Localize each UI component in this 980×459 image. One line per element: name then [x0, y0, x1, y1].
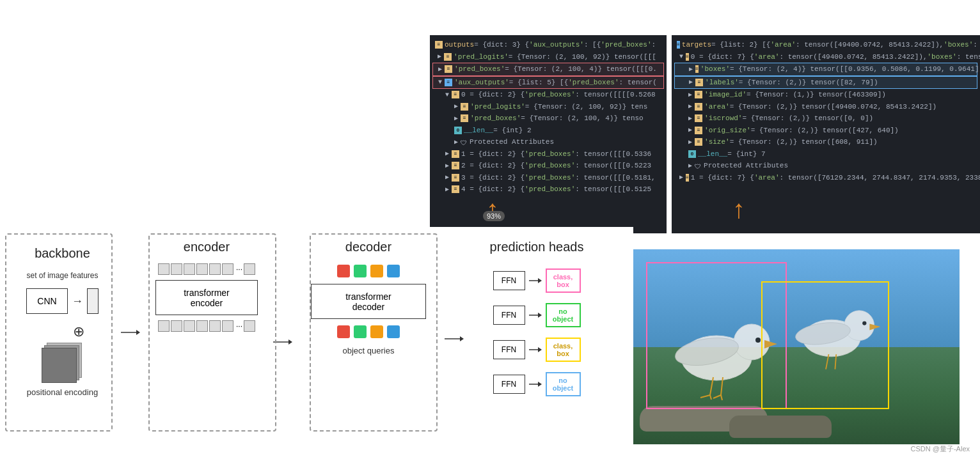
dict-icon-t6: ≡	[695, 127, 702, 134]
ffn-box-1: FFN	[493, 271, 525, 290]
code-line-outputs: ≡ outputs = {dict: 3} { 'aux_outputs' : …	[432, 39, 664, 51]
code-line-size: ▶ ≡ 'size' = {Tensor: (2,)} tensor([608,…	[674, 136, 977, 148]
code-line-2: ▶ ≡ 2 = {dict: 2} { 'pred_boxes' : tenso…	[432, 160, 664, 172]
code-line-1: ▶ ≡ 1 = {dict: 2} { 'pred_boxes' : tenso…	[432, 148, 664, 160]
code-line-protected-2: ▶ 🛡 Protected Attributes	[674, 160, 977, 172]
dict-icon-7: ≡	[452, 150, 459, 158]
debug-panel-left: ≡ outputs = {dict: 3} { 'aux_outputs' : …	[430, 35, 667, 233]
bird-scene	[633, 249, 960, 444]
code-line-len-7: 0 __len__ = {int} 7	[674, 148, 977, 160]
ffn-box-3: FFN	[493, 340, 525, 359]
code-line-imageid: ▶ ≡ 'image_id' = {Tensor: (1,)} tensor([…	[674, 89, 977, 101]
svg-marker-1	[136, 330, 140, 335]
dict-icon-t4: ≡	[695, 103, 702, 111]
int-icon-2: 0	[688, 150, 696, 158]
list-icon: ≡	[445, 79, 452, 86]
dict-icon-t1: ≡	[695, 65, 699, 73]
confidence-badge: 93%	[483, 211, 505, 221]
shield-icon: 🛡	[461, 139, 467, 145]
dict-icon-6: ≡	[461, 114, 468, 122]
dict-icon: ≡	[435, 41, 443, 49]
watermark: CSDN @量子-Alex	[911, 444, 970, 454]
result-no-obj-2: noobject	[546, 372, 581, 396]
dict-icon-t2: ≡	[695, 79, 703, 86]
dict-icon-3: ≡	[445, 65, 452, 73]
code-line-aux-outputs: ▼ ≡ 'aux_outputs' = {list: 5} [{ 'pred_b…	[432, 76, 664, 89]
code-line-target-1: ▶ ≡ 1 = {dict: 7} { 'area' : tensor([761…	[674, 172, 977, 184]
code-line-protected: ▶ 🛡 Protected Attributes	[432, 136, 664, 148]
ffn-row-2: FFN noobject	[493, 303, 581, 327]
int-icon: 0	[454, 127, 462, 134]
ffn-row-3: FFN class,box	[493, 338, 581, 362]
dict-icon-4: ≡	[452, 91, 459, 98]
arrow-backbone-encoder	[121, 326, 140, 341]
code-line-targets: ≡ targets = {list: 2} [{ 'area' : tensor…	[674, 39, 977, 51]
dict-icon-5: ≡	[461, 103, 468, 111]
result-no-obj-1: noobject	[546, 303, 581, 327]
list-icon-2: ≡	[677, 41, 680, 49]
code-line-0: ▼ ≡ 0 = {dict: 2} { 'pred_boxes' : tenso…	[432, 89, 664, 101]
code-line-pred-boxes: ▶ ≡ 'pred_boxes' = {Tensor: (2, 100, 4)}…	[432, 63, 664, 76]
bird-image	[633, 249, 960, 444]
decoder-dashed-border	[310, 233, 438, 432]
ffn-row-4: FFN noobject	[493, 372, 581, 396]
encoder-dashed-border	[148, 233, 276, 432]
svg-marker-11	[538, 347, 542, 352]
code-line-pred-logits-inner: ▶ ≡ 'pred_logits' = {Tensor: (2, 100, 92…	[432, 101, 664, 113]
svg-marker-13	[538, 382, 542, 387]
dict-icon-t5: ≡	[695, 114, 702, 122]
code-line-3: ▶ ≡ 3 = {dict: 2} { 'pred_boxes' : tenso…	[432, 172, 664, 184]
svg-marker-9	[538, 313, 542, 318]
ffn-rows: FFN class,box FFN noobject FFN class,box…	[493, 266, 581, 399]
arrow-decoder-pred	[445, 332, 464, 348]
ffn-row-1: FFN class,box	[493, 268, 581, 293]
code-line-pred-logits: ▶ ≡ 'pred_logits' = {Tensor: (2, 100, 92…	[432, 51, 664, 63]
code-line-origsize: ▶ ≡ 'orig_size' = {Tensor: (2,)} tensor(…	[674, 125, 977, 137]
svg-marker-7	[538, 278, 542, 283]
pred-title: prediction heads	[490, 240, 584, 254]
shield-icon-2: 🛡	[695, 162, 701, 169]
dict-icon-t0: ≡	[686, 53, 689, 61]
code-line-pred-boxes-inner: ▶ ≡ 'pred_boxes' = {Tensor: (2, 100, 4)}…	[432, 113, 664, 125]
dict-icon-10: ≡	[452, 185, 459, 193]
svg-marker-3	[288, 339, 292, 345]
result-class-box-2: class,box	[546, 338, 581, 362]
ffn-box-2: FFN	[493, 306, 525, 325]
ffn-box-4: FFN	[493, 375, 525, 394]
backbone-dashed-border	[5, 233, 113, 432]
code-line-4: ▶ ≡ 4 = {dict: 2} { 'pred_boxes' : tenso…	[432, 183, 664, 196]
debug-panel-right: ≡ targets = {list: 2} [{ 'area' : tensor…	[672, 35, 980, 233]
result-class-box-1: class,box	[546, 268, 581, 293]
dict-icon-t3: ≡	[695, 91, 702, 98]
prediction-section: prediction heads FFN class,box FFN noobj…	[466, 240, 607, 399]
dict-icon-2: ≡	[444, 53, 452, 61]
bbox-yellow	[761, 281, 889, 409]
dict-icon-9: ≡	[452, 174, 459, 182]
code-line-labels: ▶ ≡ 'labels' = {Tensor: (2,)} tensor([82…	[674, 76, 977, 89]
arrow-up-right: ↑	[732, 195, 745, 224]
code-line-boxes: ▶ ≡ 'boxes' = {Tensor: (2, 4)} tensor([[…	[674, 63, 977, 76]
code-line-len: 0 __len__ = {int} 2	[432, 125, 664, 137]
rock-2	[729, 416, 832, 438]
code-line-iscrowd: ▶ ≡ 'iscrowd' = {Tensor: (2,)} tensor([0…	[674, 113, 977, 125]
code-line-area: ▶ ≡ 'area' = {Tensor: (2,)} tensor([4940…	[674, 101, 977, 113]
dict-icon-8: ≡	[452, 162, 459, 169]
code-line-target-0: ▼ ≡ 0 = {dict: 7} { 'area' : tensor([494…	[674, 51, 977, 63]
dict-icon-t8: ≡	[686, 174, 689, 182]
svg-marker-5	[460, 336, 464, 341]
dict-icon-t7: ≡	[695, 138, 702, 146]
